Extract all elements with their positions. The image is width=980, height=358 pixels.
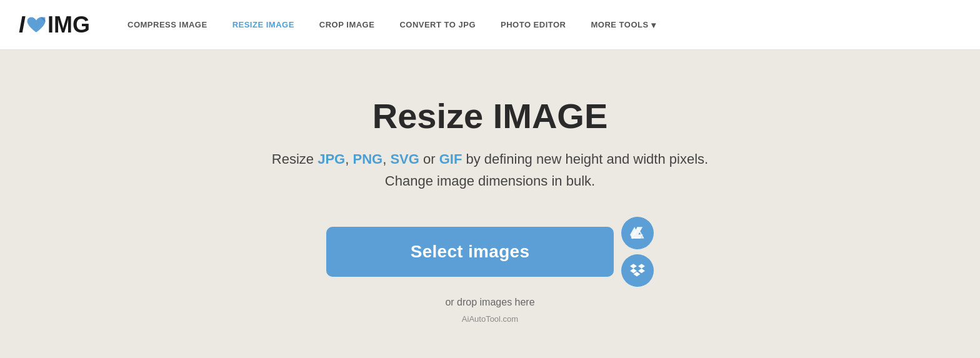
chevron-down-icon: ▾ <box>651 20 656 30</box>
drop-text: or drop images here <box>445 297 534 308</box>
action-area: Select images <box>326 217 654 287</box>
dropbox-icon <box>629 262 646 279</box>
page-title: Resize IMAGE <box>372 97 608 136</box>
nav-item-compress[interactable]: COMPRESS IMAGE <box>115 20 220 29</box>
nav-item-more[interactable]: MORE TOOLS ▾ <box>579 20 669 30</box>
subtitle: Resize JPG, PNG, SVG or GIF by defining … <box>272 148 708 192</box>
nav-item-editor[interactable]: PHOTO EDITOR <box>488 20 578 29</box>
watermark: AiAutoTool.com <box>462 314 518 324</box>
select-images-button[interactable]: Select images <box>326 227 614 277</box>
format-gif: GIF <box>439 151 462 167</box>
google-drive-button[interactable] <box>621 217 654 249</box>
google-drive-icon <box>629 225 646 241</box>
header: I IMG COMPRESS IMAGE RESIZE IMAGE CROP I… <box>0 0 980 50</box>
format-png: PNG <box>352 151 382 167</box>
logo-i: I <box>19 14 25 36</box>
subtitle-line2: Change image dimensions in bulk. <box>385 173 595 189</box>
nav-item-resize[interactable]: RESIZE IMAGE <box>220 20 307 29</box>
format-svg: SVG <box>390 151 419 167</box>
main-content: Resize IMAGE Resize JPG, PNG, SVG or GIF… <box>0 50 980 358</box>
format-jpg: JPG <box>318 151 345 167</box>
nav-item-convert[interactable]: CONVERT TO JPG <box>387 20 488 29</box>
heart-icon <box>26 16 46 34</box>
main-nav: COMPRESS IMAGE RESIZE IMAGE CROP IMAGE C… <box>115 20 961 30</box>
title-bold: IMAGE <box>493 96 608 136</box>
cloud-buttons <box>621 217 654 287</box>
nav-item-crop[interactable]: CROP IMAGE <box>307 20 388 29</box>
logo[interactable]: I IMG <box>19 14 90 36</box>
subtitle-post: by defining new height and width pixels. <box>462 151 708 167</box>
dropbox-button[interactable] <box>621 254 654 287</box>
subtitle-pre: Resize <box>272 151 318 167</box>
title-normal: Resize <box>372 96 493 136</box>
logo-img: IMG <box>48 14 90 36</box>
